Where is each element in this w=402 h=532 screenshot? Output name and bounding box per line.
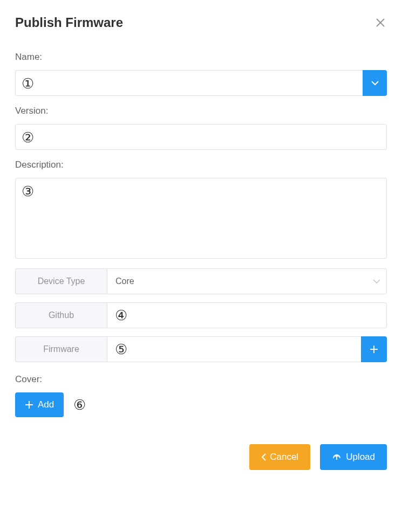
description-label: Description: [15, 160, 387, 170]
description-group: Description: ③ [15, 160, 387, 259]
cover-row: Add ⑥ [15, 392, 387, 417]
name-input[interactable] [15, 70, 363, 96]
upload-button[interactable]: Upload [320, 444, 387, 470]
chevron-down-icon [371, 80, 379, 86]
github-label: Github [15, 302, 107, 328]
cover-group: Cover: Add ⑥ [15, 374, 387, 417]
add-firmware-button[interactable] [361, 336, 387, 362]
name-input-wrapper: ① [15, 70, 387, 96]
github-row: Github ④ [15, 302, 387, 328]
cover-marker: ⑥ [73, 397, 86, 413]
description-input-wrapper: ③ [15, 178, 387, 259]
name-label: Name: [15, 52, 387, 63]
name-dropdown-button[interactable] [363, 70, 387, 96]
dialog-footer: Cancel Upload [15, 444, 387, 470]
description-input[interactable] [15, 178, 387, 259]
device-type-row: Device Type [15, 268, 387, 294]
dialog-header: Publish Firmware [15, 15, 387, 30]
version-input[interactable] [15, 124, 387, 150]
firmware-input[interactable] [107, 336, 361, 362]
dialog-title: Publish Firmware [15, 15, 123, 30]
firmware-row: Firmware ⑤ [15, 336, 387, 362]
close-button[interactable] [374, 16, 387, 29]
plus-icon [369, 344, 379, 354]
version-group: Version: ② [15, 106, 387, 150]
plus-icon [25, 400, 33, 409]
device-type-select-wrapper [107, 268, 387, 294]
cover-label: Cover: [15, 374, 387, 385]
cancel-button[interactable]: Cancel [249, 444, 310, 470]
version-label: Version: [15, 106, 387, 116]
github-input[interactable] [107, 302, 387, 328]
upload-label: Upload [346, 452, 375, 462]
close-icon [376, 18, 385, 27]
name-group: Name: ① [15, 52, 387, 96]
device-type-select[interactable] [107, 268, 387, 294]
firmware-label: Firmware [15, 336, 107, 362]
upload-icon [332, 452, 342, 462]
cancel-label: Cancel [270, 452, 298, 462]
device-type-label: Device Type [15, 268, 107, 294]
chevron-left-icon [261, 453, 267, 461]
add-cover-label: Add [38, 399, 54, 410]
add-cover-button[interactable]: Add [15, 392, 64, 417]
version-input-wrapper: ② [15, 124, 387, 150]
